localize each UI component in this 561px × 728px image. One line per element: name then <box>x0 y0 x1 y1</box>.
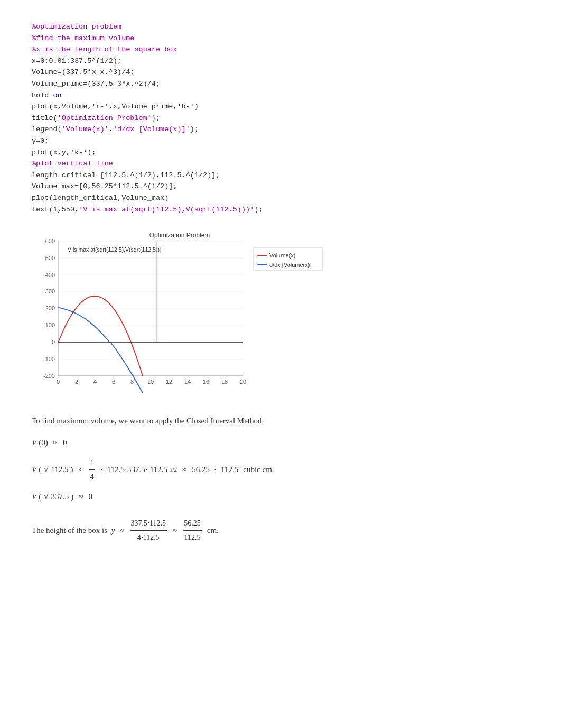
code-line-15: Volume_max=[0,56.25*112.5.^(1/2)]; <box>32 181 529 192</box>
svg-text:200: 200 <box>45 305 55 311</box>
svg-text:0: 0 <box>57 379 60 385</box>
math-height: The height of the box is y ≈ 337.5⋅112.5… <box>32 517 529 543</box>
math-v-sqrt: V ( √ 112.5 ) ≈ 1 4 ⋅ 112.5⋅337.5⋅ 112.5… <box>32 456 529 483</box>
svg-text:10: 10 <box>147 379 154 385</box>
code-line-5: Volume=(337.5*x-x.^3)/4; <box>32 67 529 78</box>
chart-container: Optimization Problem 600 500 400 300 200… <box>32 228 529 397</box>
chart-svg: Optimization Problem 600 500 400 300 200… <box>32 228 328 397</box>
svg-text:8: 8 <box>130 379 134 385</box>
svg-text:4: 4 <box>94 379 97 385</box>
svg-text:300: 300 <box>45 288 55 294</box>
code-line-7: hold on <box>32 90 529 102</box>
math-v0: V(0) ≈ 0 <box>32 436 529 450</box>
x-axis-labels: 0 2 4 6 8 10 12 14 16 18 20 <box>57 379 246 385</box>
svg-text:2: 2 <box>75 379 78 385</box>
svg-text:14: 14 <box>184 379 191 385</box>
code-line-8: plot(x,Volume,'r-',x,Volume_prime,'b-') <box>32 101 529 113</box>
svg-text:500: 500 <box>45 255 55 261</box>
code-line-3: %x is the length of the square box <box>32 44 529 56</box>
svg-text:18: 18 <box>221 379 228 385</box>
volume-curve <box>58 296 143 376</box>
math-v-sqrt337: V ( √ 337.5 ) ≈ 0 <box>32 490 529 504</box>
svg-text:400: 400 <box>45 272 55 278</box>
code-line-2: %find the maximum volume <box>32 33 529 44</box>
code-line-9: title('Optimization Problem'); <box>32 113 529 124</box>
legend-deriv-label: d/dx [Volume(x)] <box>269 262 311 268</box>
code-line-1: %optimization problem <box>32 21 529 33</box>
svg-text:20: 20 <box>240 379 246 385</box>
code-line-12: plot(x,y,'k-'); <box>32 147 529 159</box>
legend-volume-label: Volume(x) <box>269 252 296 259</box>
svg-text:12: 12 <box>166 379 172 385</box>
svg-text:16: 16 <box>203 379 209 385</box>
y-axis-labels: 600 500 400 300 200 100 0 -100 -200 <box>43 238 243 379</box>
code-line-16: plot(length_critical,Volume_max) <box>32 192 529 204</box>
code-line-17: text(1,550,'V is max at(sqrt(112.5),V(sq… <box>32 204 529 216</box>
svg-text:-200: -200 <box>43 373 55 379</box>
code-line-6: Volume_prime=(337.5-3*x.^2)/4; <box>32 78 529 90</box>
code-line-4: x=0:0.01:337.5^(1/2); <box>32 56 529 67</box>
math-section: To find maximum volume, we want to apply… <box>32 414 529 544</box>
code-line-11: y=0; <box>32 135 529 147</box>
code-line-13: %plot vertical line <box>32 158 529 170</box>
code-line-10: legend('Volume(x)','d/dx [Volume(x)]'); <box>32 124 529 135</box>
svg-text:-100: -100 <box>43 356 55 362</box>
chart-title: Optimization Problem <box>149 232 210 239</box>
svg-text:600: 600 <box>45 238 55 244</box>
code-line-14: length_critical=[112.5.^(1/2),112.5.^(1/… <box>32 170 529 181</box>
svg-text:100: 100 <box>45 322 55 328</box>
code-block: %optimization problem %find the maximum … <box>32 21 529 215</box>
svg-text:0: 0 <box>52 339 55 345</box>
annotation-text: V is max at(sqrt(112.5),V(sqrt(112.5))) <box>68 246 161 253</box>
svg-text:6: 6 <box>112 379 115 385</box>
math-intro: To find maximum volume, we want to apply… <box>32 414 529 428</box>
